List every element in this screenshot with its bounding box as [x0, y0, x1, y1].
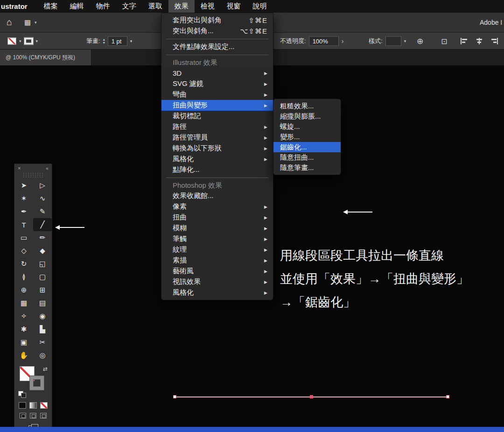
free-transform-tool[interactable]: ▢ [33, 270, 52, 283]
magic-wand-tool[interactable]: ✶ [14, 192, 33, 205]
anchor-point-left[interactable] [173, 395, 176, 398]
menu-item[interactable]: 文件點陣效果設定... [161, 42, 273, 52]
line-segment-tool[interactable]: ╱ [33, 218, 52, 231]
app-menu-name[interactable]: ustrator [1, 2, 28, 10]
selected-line-path[interactable] [175, 397, 448, 397]
menu-bar-item[interactable]: 物件 [90, 0, 116, 13]
blend-tool[interactable]: ◉ [33, 310, 52, 323]
stroke-weight-caret-icon[interactable]: ▾ [130, 39, 133, 43]
align-left-icon[interactable] [460, 38, 468, 44]
menu-item[interactable]: 點陣化... [161, 164, 273, 175]
layout-grid-icon[interactable]: ▦ [24, 18, 31, 27]
menu-bar-item[interactable]: 文字 [116, 0, 142, 13]
panel-collapse-icon[interactable]: « [46, 165, 49, 171]
stroke-weight-value[interactable]: 1 pt [108, 36, 127, 46]
fill-caret-icon[interactable]: ▾ [19, 39, 21, 43]
menu-item[interactable]: 效果收藏館... [161, 191, 273, 201]
menu-bar-item[interactable]: 選取 [142, 0, 168, 13]
panel-close-icon[interactable]: × [18, 165, 21, 171]
menu-item[interactable]: 扭曲與變形▶ [161, 100, 273, 111]
swap-fill-stroke-icon[interactable]: ⇄ [43, 366, 48, 372]
pen-tool[interactable]: ✒ [14, 205, 33, 218]
default-fill-stroke-icon[interactable] [18, 391, 26, 398]
globe-icon[interactable]: ⊕ [417, 36, 423, 46]
menu-item[interactable]: 隨意筆畫... [273, 163, 341, 173]
menu-bar-item[interactable]: 檔案 [38, 0, 64, 13]
menu-bar-item[interactable]: 檢視 [195, 0, 221, 13]
panel-drag-handle[interactable] [23, 173, 43, 177]
rotate-tool[interactable]: ↻ [14, 257, 33, 270]
menu-item[interactable]: 突出與斜角...⌥⇧⌘E [161, 26, 273, 36]
menu-item[interactable]: 縮攏與膨脹... [273, 111, 341, 121]
anchor-point-right[interactable] [446, 395, 449, 398]
menu-item[interactable]: 風格化▶ [161, 154, 273, 164]
menu-item[interactable]: SVG 濾鏡▶ [161, 78, 273, 89]
menu-item[interactable]: 紋理▶ [161, 244, 273, 255]
menu-item[interactable]: 粗糙效果... [273, 101, 341, 111]
menu-item[interactable]: 裁切標記 [161, 111, 273, 121]
menu-item[interactable]: 3D▶ [161, 68, 273, 78]
zoom-tool[interactable]: ◎ [33, 349, 52, 362]
paintbrush-tool[interactable]: ✏ [33, 231, 52, 244]
perspective-grid-tool[interactable]: ⊞ [33, 283, 52, 297]
fill-color-chip[interactable] [7, 37, 16, 44]
stroke-weight-stepper[interactable]: ▴ ▾ [103, 38, 105, 44]
mesh-tool[interactable]: ▦ [14, 297, 33, 310]
home-icon[interactable]: ⌂ [7, 17, 12, 28]
slice-tool[interactable]: ✂ [33, 336, 52, 349]
width-tool[interactable]: ≬ [14, 270, 33, 283]
opacity-value[interactable]: 100% [309, 36, 339, 46]
menu-item[interactable]: 隨意扭曲... [273, 152, 341, 163]
menu-bar-item[interactable]: 說明 [247, 0, 273, 13]
stroke-caret-icon[interactable]: ▾ [36, 39, 38, 43]
scale-tool[interactable]: ◱ [33, 257, 52, 270]
menu-bar-item[interactable]: 視窗 [221, 0, 247, 13]
lasso-tool[interactable]: ∿ [33, 192, 52, 205]
draw-normal-button[interactable] [20, 413, 26, 418]
menu-item[interactable]: 鋸齒化... [273, 142, 341, 152]
eraser-tool[interactable]: ◆ [33, 244, 52, 257]
menu-item[interactable]: 視訊效果▶ [161, 276, 273, 287]
menu-bar-item[interactable]: 效果 [168, 0, 195, 13]
menu-item[interactable]: 套用突出與斜角⇧⌘E [161, 15, 273, 26]
none-button[interactable] [40, 402, 48, 409]
symbol-sprayer-tool[interactable]: ✱ [14, 323, 33, 336]
align-center-icon[interactable] [476, 38, 483, 44]
draw-behind-button[interactable] [30, 413, 36, 418]
layout-caret-icon[interactable]: ▾ [35, 20, 37, 25]
stepper-down-icon[interactable]: ▾ [103, 41, 105, 44]
menu-item[interactable]: 轉換為以下形狀▶ [161, 143, 273, 154]
shaper-tool[interactable]: ◇ [14, 244, 33, 257]
bounding-box-icon[interactable]: ⊡ [441, 36, 447, 45]
column-graph-tool[interactable]: ▙ [33, 323, 52, 336]
draw-inside-button[interactable] [40, 413, 47, 418]
menu-item[interactable]: 變形... [273, 132, 341, 142]
menu-bar-item[interactable]: 編輯 [64, 0, 90, 13]
document-tab[interactable]: @ 100% (CMYK/GPU 預視) [0, 50, 91, 65]
selection-tool[interactable]: ➤ [14, 179, 33, 192]
shape-builder-tool[interactable]: ⊕ [14, 283, 33, 297]
color-button[interactable] [19, 402, 26, 409]
direct-selection-tool[interactable]: ▷ [33, 179, 52, 192]
hand-tool[interactable]: ✋ [14, 349, 33, 362]
menu-item[interactable]: 素描▶ [161, 255, 273, 266]
rectangle-tool[interactable]: ▭ [14, 231, 33, 244]
style-dropdown[interactable] [385, 36, 401, 46]
stroke-color-chip[interactable] [24, 37, 33, 44]
menu-item[interactable]: 筆觸▶ [161, 234, 273, 244]
opacity-chevron-icon[interactable]: › [342, 37, 344, 45]
eyedropper-tool[interactable]: ✧ [14, 310, 33, 323]
artboard-tool[interactable]: ▣ [14, 336, 33, 349]
stroke-swatch[interactable] [30, 376, 44, 390]
menu-item[interactable]: 模糊▶ [161, 223, 273, 234]
curvature-tool[interactable]: ✎ [33, 205, 52, 218]
menu-item[interactable]: 路徑▶ [161, 121, 273, 132]
menu-item[interactable]: 扭曲▶ [161, 212, 273, 223]
align-right-icon[interactable] [491, 38, 498, 44]
menu-item[interactable]: 彎曲▶ [161, 89, 273, 100]
type-tool[interactable]: T [14, 218, 33, 231]
menu-item[interactable]: 路徑管理員▶ [161, 132, 273, 143]
menu-item[interactable]: 像素▶ [161, 201, 273, 212]
style-caret-icon[interactable]: ▾ [404, 39, 406, 43]
gradient-tool[interactable]: ▤ [33, 297, 52, 310]
